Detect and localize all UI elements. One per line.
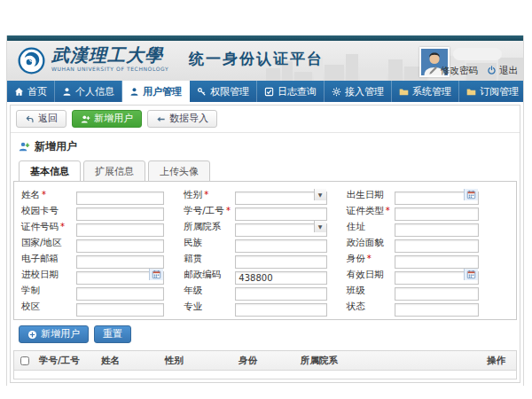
field-control: [235, 252, 326, 265]
user-plus-icon: [81, 114, 90, 124]
user-form: 姓名*性别*▼出生日期校园卡号学号/工号*证件类型*证件号码*所属院系▼住址国家…: [13, 181, 517, 320]
form-field: 状态: [347, 300, 509, 313]
field-control: [76, 220, 164, 233]
text-input[interactable]: [235, 207, 326, 221]
field-label: 证件类型*: [347, 205, 395, 217]
toolbar-button-0[interactable]: 返回: [16, 110, 66, 128]
button-label: 返回: [38, 113, 58, 124]
link-label: 修改密码: [441, 65, 478, 77]
city-silhouette: [325, 65, 344, 81]
logout-link[interactable]: 退出: [487, 65, 518, 77]
toolbar-button-1[interactable]: 新增用户: [72, 110, 142, 128]
field-control: [395, 220, 479, 233]
required-star: *: [386, 206, 390, 215]
calendar-icon[interactable]: [464, 269, 478, 280]
field-label: 学号/工号*: [184, 205, 235, 217]
text-input[interactable]: [76, 303, 164, 317]
field-label: 民族: [184, 237, 235, 249]
text-input[interactable]: [76, 287, 164, 301]
field-label: 电子邮箱: [21, 253, 76, 265]
text-input[interactable]: [76, 239, 164, 253]
field-label: 姓名*: [21, 189, 76, 201]
nav-item-7[interactable]: 订阅管理: [459, 81, 527, 102]
form-field: 住址: [347, 220, 509, 233]
text-input[interactable]: [76, 255, 164, 269]
log-icon: [264, 87, 274, 97]
platform-title: 统一身份认证平台: [189, 49, 324, 69]
field-label: 进校日期: [21, 269, 76, 281]
text-input[interactable]: [235, 287, 326, 301]
user-table: 学号/工号姓名性别身份所属院系操作: [13, 350, 517, 379]
nav-item-1[interactable]: 个人信息: [55, 81, 122, 102]
text-input[interactable]: [235, 239, 326, 253]
power-icon: [487, 66, 497, 77]
field-control: [76, 204, 164, 217]
user-plus-icon: [19, 141, 30, 153]
field-control: [395, 284, 479, 297]
required-star: *: [226, 206, 231, 215]
form-field: 专业: [184, 300, 346, 313]
text-input[interactable]: [395, 207, 479, 221]
select-all-checkbox-cell: [14, 356, 35, 365]
form-field: 校园卡号: [21, 204, 184, 217]
nav-item-0[interactable]: 首页: [7, 81, 55, 102]
form-row: 校园卡号学号/工号*证件类型*: [21, 204, 509, 217]
user-links: 修改密码退出: [428, 65, 518, 77]
calendar-icon[interactable]: [149, 269, 163, 280]
toolbar-button-2[interactable]: 数据导入: [147, 110, 217, 128]
button-label: 新增用户: [94, 113, 133, 124]
form-field: 班级: [347, 284, 509, 297]
text-input[interactable]: [395, 287, 479, 301]
form-row: 姓名*性别*▼出生日期: [21, 188, 509, 201]
toolbar: 返回新增用户数据导入: [11, 106, 520, 133]
tab-0[interactable]: 基本信息: [19, 160, 81, 182]
field-control: [395, 300, 479, 313]
text-input[interactable]: [235, 271, 326, 285]
undo-arrow-icon: [25, 114, 35, 124]
field-control: [76, 236, 164, 249]
change-password-link[interactable]: 修改密码: [428, 65, 478, 77]
select-all-checkbox[interactable]: [20, 356, 29, 365]
nav-item-3[interactable]: 权限管理: [190, 81, 257, 102]
city-silhouette: [346, 54, 358, 81]
field-control: [395, 268, 479, 281]
submit-add-user-button[interactable]: 新增用户: [19, 325, 89, 343]
text-input[interactable]: [76, 192, 164, 205]
reset-button[interactable]: 重置: [94, 325, 131, 343]
tab-1[interactable]: 扩展信息: [83, 160, 145, 182]
text-input[interactable]: [395, 239, 479, 253]
text-input[interactable]: [395, 303, 479, 317]
field-label: 所属院系: [184, 221, 235, 233]
form-field: 民族: [184, 236, 346, 249]
nav-item-2[interactable]: 用户管理: [122, 81, 190, 102]
required-star: *: [204, 190, 208, 200]
form-field: 身份*: [347, 252, 509, 265]
form-field: 校区: [21, 300, 184, 313]
text-input[interactable]: [76, 223, 164, 237]
calendar-icon[interactable]: [464, 189, 478, 200]
chevron-down-icon[interactable]: ▼: [314, 221, 326, 232]
chevron-down-icon[interactable]: ▼: [314, 189, 326, 200]
field-control: [76, 284, 164, 297]
nav-item-6[interactable]: 系统管理: [392, 81, 459, 102]
form-row: 国家/地区民族政治面貌: [21, 236, 509, 249]
person-icon: [129, 87, 139, 97]
text-input[interactable]: [76, 207, 164, 221]
field-label: 年级: [184, 285, 235, 297]
field-control: [235, 300, 326, 313]
nav-item-label: 订阅管理: [480, 85, 519, 98]
text-input[interactable]: [235, 303, 326, 317]
button-label: 数据导入: [169, 113, 208, 124]
form-field: 所属院系▼: [184, 220, 346, 233]
text-input[interactable]: [235, 255, 326, 269]
field-label: 学制: [21, 285, 76, 297]
nav-item-5[interactable]: 接入管理: [325, 81, 392, 102]
button-label: 重置: [103, 329, 122, 340]
nav-item-4[interactable]: 日志查询: [257, 81, 325, 102]
university-logo-icon: [18, 47, 45, 74]
text-input[interactable]: [395, 255, 479, 269]
form-row: 学制年级班级: [21, 284, 509, 297]
text-input[interactable]: [395, 223, 479, 237]
tab-2[interactable]: 上传头像: [148, 160, 210, 182]
form-field: 籍贯: [184, 252, 346, 265]
